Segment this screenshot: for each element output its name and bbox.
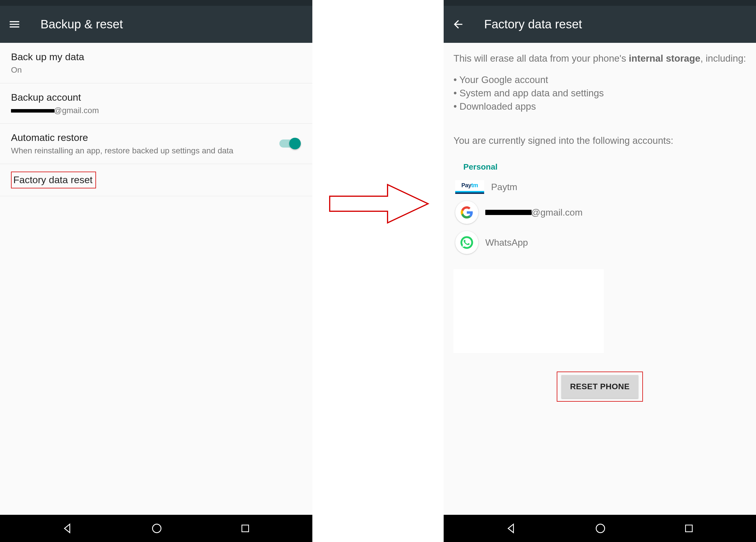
- redacted-text: [485, 210, 532, 215]
- item-title: Backup account: [11, 91, 301, 104]
- status-bar: [444, 0, 756, 6]
- intro-suffix: , including:: [700, 53, 746, 64]
- bullet-list: Your Google account System and app data …: [453, 73, 746, 113]
- item-title: Automatic restore: [11, 131, 301, 144]
- app-bar: Backup & reset: [0, 6, 312, 43]
- redacted-text: [11, 109, 54, 112]
- email-suffix: @gmail.com: [531, 207, 582, 217]
- account-row-google[interactable]: @gmail.com: [453, 197, 746, 227]
- phone-backup-reset: Backup & reset Back up my data On Backup…: [0, 0, 312, 542]
- svg-point-3: [596, 524, 604, 532]
- svg-rect-1: [242, 525, 248, 532]
- toggle-auto-restore[interactable]: [279, 138, 301, 149]
- item-backup-account[interactable]: Backup account @gmail.com: [0, 83, 312, 124]
- nav-back-icon[interactable]: [505, 522, 518, 535]
- bullet-item: Your Google account: [453, 73, 746, 86]
- app-bar: Factory data reset: [444, 6, 756, 43]
- item-backup-my-data[interactable]: Back up my data On: [0, 43, 312, 83]
- account-row-paytm[interactable]: Paytm Paytm: [453, 177, 746, 197]
- item-factory-data-reset[interactable]: Factory data reset: [0, 164, 312, 196]
- nav-bar: [0, 515, 312, 542]
- item-automatic-restore[interactable]: Automatic restore When reinstalling an a…: [0, 123, 312, 164]
- account-label: WhatsApp: [485, 237, 528, 248]
- content-area: This will erase all data from your phone…: [444, 43, 756, 515]
- menu-icon[interactable]: [8, 18, 21, 31]
- email-suffix: @gmail.com: [54, 106, 99, 115]
- intro-prefix: This will erase all data from your phone…: [453, 53, 629, 64]
- reset-phone-button[interactable]: RESET PHONE: [561, 375, 638, 398]
- highlight-box: RESET PHONE: [557, 372, 643, 402]
- nav-bar: [444, 515, 756, 542]
- settings-list: Back up my data On Backup account @gmail…: [0, 43, 312, 515]
- svg-rect-4: [685, 525, 692, 532]
- nav-recent-icon[interactable]: [683, 523, 695, 534]
- item-title: Back up my data: [11, 50, 301, 63]
- status-bar: [0, 0, 312, 6]
- whatsapp-icon: [455, 231, 478, 254]
- nav-recent-icon[interactable]: [239, 523, 251, 534]
- arrow-icon: [327, 180, 431, 227]
- bullet-item: System and app data and settings: [453, 86, 746, 100]
- signed-in-text: You are currently signed into the follow…: [453, 135, 746, 146]
- nav-home-icon[interactable]: [150, 522, 163, 535]
- back-arrow-icon[interactable]: [452, 18, 464, 31]
- item-subtitle: @gmail.com: [11, 105, 301, 116]
- svg-point-0: [152, 524, 161, 532]
- account-row-whatsapp[interactable]: WhatsApp: [453, 227, 746, 257]
- toggle-thumb: [289, 138, 301, 149]
- phone-factory-reset: Factory data reset This will erase all d…: [444, 0, 756, 542]
- account-label: Paytm: [491, 182, 517, 192]
- reset-button-row: RESET PHONE: [453, 372, 746, 402]
- paytm-icon: Paytm: [455, 180, 484, 194]
- item-subtitle: When reinstalling an app, restore backed…: [11, 145, 265, 156]
- google-icon: [455, 201, 478, 224]
- highlight-box: Factory data reset: [11, 171, 96, 188]
- blank-card: [453, 269, 604, 353]
- item-subtitle: On: [11, 65, 301, 75]
- item-title: Factory data reset: [13, 174, 93, 185]
- section-personal-label: Personal: [463, 162, 746, 171]
- account-label: @gmail.com: [485, 207, 582, 218]
- intro-text: This will erase all data from your phone…: [453, 52, 746, 65]
- intro-bold: internal storage: [629, 53, 700, 64]
- page-title: Backup & reset: [40, 17, 123, 31]
- bullet-item: Downloaded apps: [453, 100, 746, 113]
- nav-home-icon[interactable]: [594, 522, 607, 535]
- page-title: Factory data reset: [484, 17, 582, 31]
- nav-back-icon[interactable]: [61, 522, 74, 535]
